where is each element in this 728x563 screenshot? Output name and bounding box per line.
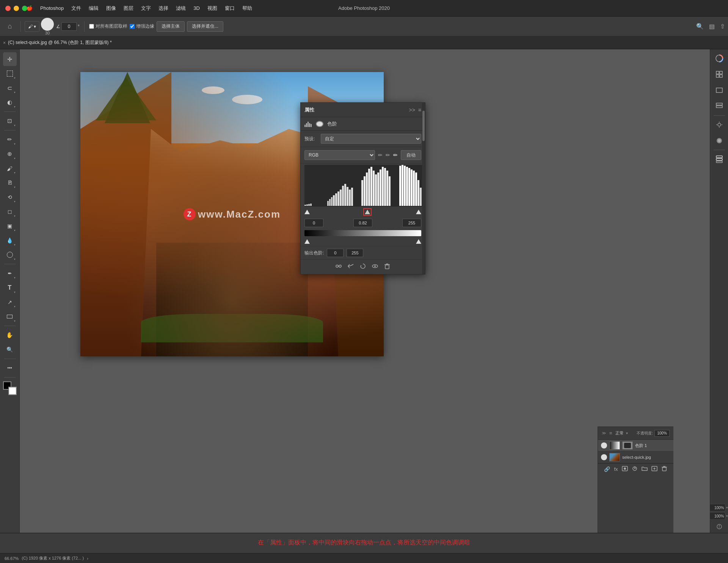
menu-apple[interactable]: 🍎 <box>23 4 36 13</box>
link-icon[interactable]: 🔗 <box>604 466 610 472</box>
share-icon[interactable]: ⇧ <box>720 23 725 30</box>
channel-select[interactable]: RGB <box>304 150 375 160</box>
panel-grid-btn[interactable] <box>712 67 726 81</box>
layer-opacity-field[interactable] <box>709 504 725 511</box>
select-subject-button[interactable]: 选择主体 <box>157 21 185 32</box>
output-white-triangle[interactable] <box>416 239 421 244</box>
enhance-edge-label[interactable]: 增强边缘 <box>130 23 154 30</box>
delete-layer-icon[interactable] <box>661 466 667 472</box>
panel-light-btn[interactable] <box>712 118 726 132</box>
layer-row-adjustment[interactable]: 色阶 1 <box>598 440 673 452</box>
layer-visibility-icon[interactable] <box>601 442 607 449</box>
tool-more[interactable]: ••• <box>3 361 17 375</box>
tool-text[interactable]: T ▾ <box>3 281 17 295</box>
panel-menu-icon[interactable]: ≡ <box>418 107 421 113</box>
minimize-btn[interactable] <box>14 6 19 11</box>
sample-all-layers-checkbox[interactable] <box>89 24 94 29</box>
panel-color-btn[interactable] <box>712 52 726 65</box>
menu-filter[interactable]: 滤镜 <box>172 3 190 13</box>
tool-move[interactable]: ✛ <box>3 52 17 66</box>
tool-hand[interactable]: ✋ <box>3 328 17 342</box>
fill-chevron-icon[interactable]: ▾ <box>726 514 728 518</box>
black-point-triangle[interactable] <box>304 210 310 214</box>
menu-file[interactable]: 文件 <box>67 3 85 13</box>
auto-button[interactable]: 自动 <box>401 150 421 160</box>
tool-quick-select[interactable]: ◐ ▾ <box>3 96 17 109</box>
previous-state-icon[interactable] <box>347 263 354 271</box>
eyedropper-white-icon[interactable]: ✏ <box>393 152 398 158</box>
menu-select[interactable]: 选择 <box>155 3 172 13</box>
panel-style-btn[interactable] <box>712 134 726 147</box>
panel-rect-btn[interactable] <box>712 83 726 97</box>
tool-eyedropper[interactable]: ✏ ▾ <box>3 133 17 146</box>
foreground-background-colors[interactable] <box>3 381 17 395</box>
collapse-icon[interactable]: ≫ <box>602 431 606 436</box>
tool-path-select[interactable]: ↗ ▾ <box>3 295 17 309</box>
background-color[interactable] <box>8 387 17 395</box>
sample-all-layers-label[interactable]: 对所有图层取样 <box>89 23 127 30</box>
white-point-triangle[interactable] <box>416 210 421 214</box>
collapse-icon[interactable]: >> <box>409 107 415 113</box>
white-point-input[interactable] <box>402 219 421 227</box>
tool-zoom[interactable]: 🔍 <box>3 343 17 356</box>
tool-dodge[interactable]: ▾ <box>3 248 17 262</box>
tool-pen[interactable]: ✒ ▾ <box>3 267 17 280</box>
reset-icon[interactable] <box>359 263 366 271</box>
tool-heal[interactable]: ⊕ ▾ <box>3 147 17 161</box>
layer-visibility-icon[interactable] <box>601 454 607 460</box>
menu-window[interactable]: 窗口 <box>221 3 238 13</box>
tool-rectangle[interactable]: ▾ <box>3 310 17 323</box>
menu-photoshop[interactable]: Photoshop <box>36 4 67 13</box>
opacity-input[interactable] <box>654 430 670 437</box>
visibility-icon[interactable] <box>372 263 378 271</box>
menu-image[interactable]: 图像 <box>102 3 120 13</box>
adjustment-icon[interactable] <box>632 466 638 472</box>
folder-icon[interactable] <box>642 466 648 472</box>
tool-eraser[interactable]: ◻ ▾ <box>3 205 17 218</box>
output-black-input[interactable] <box>327 249 344 257</box>
menu-icon[interactable]: ≡ <box>609 430 612 436</box>
panel-scrollbar[interactable] <box>422 103 425 274</box>
home-button[interactable]: ⌂ <box>3 20 17 33</box>
angle-input[interactable] <box>61 22 77 31</box>
tool-marquee[interactable]: ▾ <box>3 67 17 80</box>
chevron-icon[interactable]: ▾ <box>626 431 628 435</box>
panel-layers-icon-btn[interactable] <box>712 152 726 166</box>
menu-edit[interactable]: 编辑 <box>85 3 102 13</box>
fx-icon[interactable]: fx <box>614 466 618 472</box>
tool-brush[interactable]: 🖌 ▾ <box>3 162 17 175</box>
tool-stamp[interactable]: 🖹 ▾ <box>3 176 17 190</box>
tool-gradient[interactable]: ▣ ▾ <box>3 219 17 233</box>
output-black-triangle[interactable] <box>304 239 310 244</box>
clip-to-layer-icon[interactable] <box>335 263 342 271</box>
opacity-chevron-icon[interactable]: ▾ <box>726 506 728 510</box>
panel-layers-btn[interactable] <box>712 99 726 113</box>
menu-view[interactable]: 视图 <box>204 3 221 13</box>
delete-icon[interactable] <box>384 263 391 271</box>
search-icon[interactable]: 🔍 <box>696 23 704 30</box>
output-white-input[interactable] <box>347 249 363 257</box>
status-arrow-icon[interactable]: › <box>87 556 88 561</box>
black-point-input[interactable] <box>304 219 323 227</box>
eyedropper-black-icon[interactable]: ✏ <box>378 152 383 158</box>
add-layer-icon[interactable] <box>651 466 657 472</box>
menu-help[interactable]: 帮助 <box>238 3 256 13</box>
midtone-triangle[interactable] <box>365 210 370 214</box>
mask-icon[interactable] <box>622 466 628 472</box>
extra-panel-icon[interactable] <box>715 522 724 531</box>
tool-lasso[interactable]: ⊂ ▾ <box>3 81 17 95</box>
panel-scrollbar-thumb[interactable] <box>422 111 425 141</box>
layer-row-photo[interactable]: select-quick.jpg <box>598 452 673 463</box>
tool-crop[interactable]: ⊡ ▾ <box>3 114 17 128</box>
midtone-input[interactable] <box>353 219 372 227</box>
close-btn[interactable] <box>5 6 11 11</box>
select-and-mask-button[interactable]: 选择并遮住... <box>187 21 223 32</box>
preset-select[interactable]: 自定 <box>321 134 421 144</box>
menu-layers[interactable]: 图层 <box>120 3 137 13</box>
tab-close-btn[interactable]: × <box>3 40 6 45</box>
tool-blur[interactable]: 💧 ▾ <box>3 234 17 247</box>
enhance-edge-checkbox[interactable] <box>130 24 135 29</box>
eyedropper-gray-icon[interactable]: ✏ <box>386 152 390 158</box>
tab-title[interactable]: (C) select-quick.jpg @ 66.7% (色阶 1, 图层蒙版… <box>8 39 112 46</box>
brush-size-circle[interactable] <box>41 18 54 31</box>
